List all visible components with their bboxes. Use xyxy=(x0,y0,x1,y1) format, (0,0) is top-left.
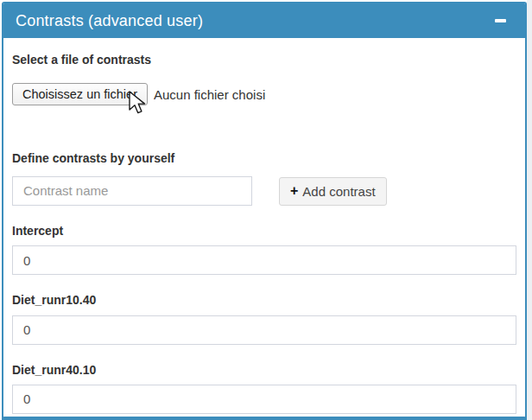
plus-icon: + xyxy=(290,184,298,198)
panel-title: Contrasts (advanced user) xyxy=(16,12,203,30)
page-background-gutter xyxy=(527,0,532,420)
choose-file-button[interactable]: Choisissez un fichier xyxy=(12,83,148,105)
contrast-field-row: Intercept xyxy=(12,225,516,275)
contrast-value-input-diet-runr10-40[interactable] xyxy=(12,315,516,345)
add-contrast-button[interactable]: + Add contrast xyxy=(279,177,387,206)
contrasts-panel: Contrasts (advanced user) Select a file … xyxy=(2,2,527,420)
contrast-field-label: Diet_runr10.40 xyxy=(12,294,516,307)
contrast-field-label: Intercept xyxy=(12,225,516,238)
define-section-label: Define contrasts by yourself xyxy=(12,152,516,165)
contrasts-panel-header[interactable]: Contrasts (advanced user) xyxy=(3,3,525,38)
file-input-row: Choisissez un fichier Aucun fichier choi… xyxy=(12,83,516,105)
file-section-label: Select a file of contrasts xyxy=(12,54,516,67)
contrast-field-row: Diet_runr10.40 xyxy=(12,294,516,344)
add-contrast-button-label: Add contrast xyxy=(302,184,375,199)
contrast-name-input[interactable] xyxy=(12,176,252,206)
define-contrast-row: + Add contrast xyxy=(12,176,516,206)
contrast-value-input-diet-runr40-10[interactable] xyxy=(12,385,516,414)
contrast-value-input-intercept[interactable] xyxy=(12,245,516,275)
contrast-field-label: Diet_runr40.10 xyxy=(12,364,516,377)
next-panel-header-strip[interactable] xyxy=(2,417,527,420)
collapse-button[interactable] xyxy=(491,14,510,28)
minus-icon xyxy=(495,19,506,22)
file-status-text: Aucun fichier choisi xyxy=(154,87,265,102)
contrasts-panel-body: Select a file of contrasts Choisissez un… xyxy=(3,38,525,420)
contrast-field-row: Diet_runr40.10 xyxy=(12,364,516,414)
